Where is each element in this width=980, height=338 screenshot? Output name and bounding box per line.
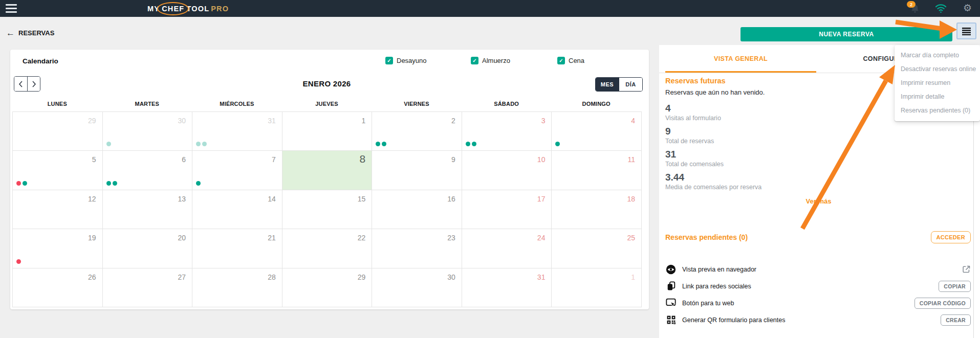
checkbox-almuerzo[interactable]: ✓ [471,57,478,64]
calendar-day-11-weekend[interactable]: 11 [552,151,642,190]
calendar-day-12-normal[interactable]: 12 [13,190,103,229]
meal-filter-label: Cena [569,57,584,64]
calendar-day-16-normal[interactable]: 16 [372,190,462,229]
calendar-day-29-prev[interactable]: 29 [13,112,103,151]
access-pending-button[interactable]: ACCEDER [931,231,971,243]
calendar-day-10-weekend[interactable]: 10 [462,151,552,190]
day-number: 19 [88,234,96,242]
menu-hamburger-icon[interactable] [6,4,17,13]
calendar-day-21-normal[interactable]: 21 [192,229,282,268]
calendar-day-24-weekend[interactable]: 24 [462,229,552,268]
calendar-day-1-next[interactable]: 1 [552,268,642,307]
copiar-button[interactable]: COPIAR [939,281,971,292]
day-number: 23 [447,234,455,242]
meal-filter-label: Almuerzo [482,57,510,64]
calendar-day-27-normal[interactable]: 27 [103,268,193,307]
reservation-dot-teal [23,181,27,186]
meal-filter-almuerzo[interactable]: ✓Almuerzo [471,57,510,64]
day-number: 18 [627,195,635,203]
day-number: 20 [178,234,186,242]
stat-value: 9 [665,126,972,137]
reservation-dot-teal [472,142,476,146]
crear-button[interactable]: CREAR [941,314,971,326]
calendar-day-7-normal[interactable]: 7 [192,151,282,190]
meal-filter-cena[interactable]: ✓Cena [557,57,584,64]
calendar-day-22-normal[interactable]: 22 [282,229,373,268]
calendar-day-25-weekend[interactable]: 25 [552,229,642,268]
calendar-day-28-normal[interactable]: 28 [192,268,282,307]
day-number: 5 [92,155,96,164]
day-number: 27 [178,273,186,281]
menu-item-imprimir-detalle[interactable]: Imprimir detalle [895,90,980,104]
new-reservation-button[interactable]: NUEVA RESERVA [741,27,952,41]
day-number: 10 [537,155,546,164]
reservation-dots [106,142,111,146]
checkbox-cena[interactable]: ✓ [557,57,565,64]
menu-item-imprimir-resumen[interactable]: Imprimir resumen [895,76,980,90]
share-row-label: Botón para tu web [682,300,734,307]
calendar-day-1-normal[interactable]: 1 [282,112,373,151]
calendar-day-3-weekend[interactable]: 3 [462,112,552,151]
calendar-day-20-normal[interactable]: 20 [103,229,193,268]
reservations-options-menu-button[interactable] [956,22,976,39]
external-link-icon[interactable] [962,265,971,274]
calendar-day-19-normal[interactable]: 19 [13,229,103,268]
wifi-icon[interactable] [935,4,947,15]
calendar-day-8-today[interactable]: 8 [282,151,373,190]
settings-gear-icon[interactable]: ⚙ [963,1,972,15]
calendar-day-31-weekend[interactable]: 31 [462,268,552,307]
tab-vista-general[interactable]: VISTA GENERAL [665,45,816,73]
reservation-dot-teal_muted [202,142,207,146]
reservation-dot-teal [106,181,111,186]
calendar-day-29-normal[interactable]: 29 [282,268,373,307]
list-menu-icon [962,27,971,35]
menu-item-marcar-d-a-completo[interactable]: Marcar día completo [895,49,980,62]
toggle-month-view[interactable]: MES [596,78,619,91]
calendar-day-23-normal[interactable]: 23 [372,229,462,268]
day-number: 28 [268,273,276,281]
day-number: 7 [272,155,276,164]
calendar-day-6-normal[interactable]: 6 [103,151,193,190]
stat-label: Total de reservas [665,137,972,145]
active-tab-indicator [665,71,816,73]
day-number: 12 [88,195,96,203]
day-number: 13 [178,195,186,203]
stat-media-de-comensales-por-reserva: 3.44Media de comensales por reserva [665,172,972,191]
calendar-day-30-prev[interactable]: 30 [103,112,193,151]
view-toggle: MES DÍA [595,77,643,92]
share-row-vista-previa-en-navegador: Vista previa en navegador [665,261,971,278]
weekday-mi-rcoles: MIÉRCOLES [192,101,282,107]
day-number: 30 [447,273,455,281]
checkbox-desayuno[interactable]: ✓ [385,57,393,64]
reservation-dots [466,142,476,146]
menu-item-desactivar-reservas-online[interactable]: Desactivar reservas online [895,62,980,76]
weekday-lunes: LUNES [12,101,102,107]
calendar-day-13-normal[interactable]: 13 [103,190,193,229]
reservation-dots [376,142,386,146]
toggle-day-view[interactable]: DÍA [619,78,642,91]
breadcrumb-back[interactable]: ← RESERVAS [6,29,54,37]
eye-icon [665,264,677,275]
share-row-control [962,265,971,274]
see-more-link[interactable]: Ver más [665,197,972,205]
calendar-day-31-prev[interactable]: 31 [192,112,282,151]
calendar-day-4-weekend[interactable]: 4 [552,112,642,151]
copy-icon [665,281,677,291]
calendar-day-30-normal[interactable]: 30 [372,268,462,307]
calendar-day-2-normal[interactable]: 2 [372,112,462,151]
stat-value: 3.44 [665,172,972,183]
day-number: 15 [358,195,366,203]
day-number: 16 [447,195,455,203]
calendar-day-18-weekend[interactable]: 18 [552,190,642,229]
meal-filter-desayuno[interactable]: ✓Desayuno [385,57,427,64]
menu-item-reservas-pendientes-0[interactable]: Reservas pendientes (0) [895,104,980,118]
calendar-day-17-weekend[interactable]: 17 [462,190,552,229]
stat-value: 31 [665,149,972,160]
calendar-day-5-normal[interactable]: 5 [13,151,103,190]
calendar-day-9-normal[interactable]: 9 [372,151,462,190]
calendar-day-26-normal[interactable]: 26 [13,268,103,307]
day-number: 30 [178,117,186,125]
calendar-day-14-normal[interactable]: 14 [192,190,282,229]
calendar-day-15-normal[interactable]: 15 [282,190,373,229]
copiar-c-digo-button[interactable]: COPIAR CÓDIGO [914,298,971,309]
